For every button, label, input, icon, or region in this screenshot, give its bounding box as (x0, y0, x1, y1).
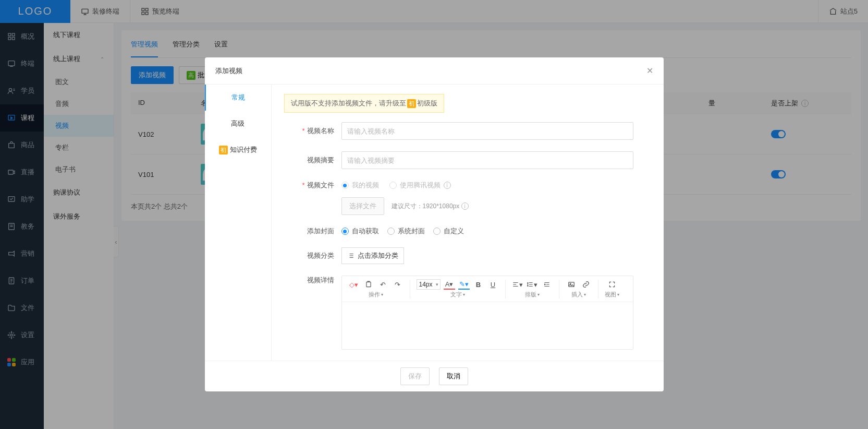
video-name-input[interactable] (341, 122, 633, 140)
line-height-icon[interactable]: ▾ (527, 279, 538, 290)
rich-editor: ◇▾ ↶ ↷ 操作 14 (341, 276, 633, 350)
modal-side: 常规 高级 初知识付费 (205, 85, 272, 361)
font-size-select[interactable]: 14px (417, 279, 441, 290)
select-file-button: 选择文件 (341, 197, 384, 215)
bg-color-icon[interactable]: ✎▾ (458, 279, 470, 290)
eraser-icon[interactable]: ◇▾ (348, 279, 360, 290)
info-icon[interactable]: i (461, 202, 469, 210)
modal-head: 添加视频 ✕ (205, 57, 664, 85)
fullscreen-icon[interactable] (606, 279, 618, 290)
font-color-icon[interactable]: A▾ (444, 279, 455, 290)
underline-icon[interactable]: U (487, 279, 499, 290)
add-category-button[interactable]: 点击添加分类 (341, 247, 404, 264)
side-paid[interactable]: 初知识付费 (205, 137, 271, 163)
undo-icon[interactable]: ↶ (377, 279, 389, 290)
modal-title: 添加视频 (215, 66, 242, 76)
redo-icon[interactable]: ↷ (392, 279, 404, 290)
radio-my-video[interactable]: 我的视频 (341, 181, 379, 190)
bold-icon[interactable]: B (473, 279, 484, 290)
size-hint: 建议尺寸：1920*1080px i (392, 202, 469, 211)
indent-icon[interactable] (541, 279, 553, 290)
modal-mask[interactable]: 添加视频 ✕ 常规 高级 初知识付费 试用版不支持添加视频文件，请升级至 初 初… (0, 0, 868, 429)
label-summary: 视频摘要 (284, 156, 334, 165)
side-general[interactable]: 常规 (205, 85, 271, 111)
add-video-modal: 添加视频 ✕ 常规 高级 初知识付费 试用版不支持添加视频文件，请升级至 初 初… (205, 57, 664, 391)
label-cover: 添加封面 (284, 227, 334, 236)
paste-icon[interactable] (363, 279, 374, 290)
editor-toolbar: ◇▾ ↶ ↷ 操作 14 (342, 276, 633, 302)
label-detail: 视频详情 (284, 276, 334, 285)
label-name: 视频名称 (284, 126, 334, 136)
radio-tencent-video[interactable]: 使用腾讯视频i (389, 181, 451, 190)
modal-form: 试用版不支持添加视频文件，请升级至 初 初级版 视频名称 视频摘要 视频文件 (272, 85, 664, 361)
group-insert: 插入 (571, 291, 586, 299)
image-icon[interactable] (566, 279, 577, 290)
save-button[interactable]: 保存 (400, 367, 430, 385)
label-category: 视频分类 (284, 251, 334, 260)
label-file: 视频文件 (284, 181, 334, 190)
group-operation: 操作 (369, 291, 383, 299)
group-view: 视图 (605, 291, 619, 299)
radio-cover-auto[interactable]: 自动获取 (341, 227, 379, 236)
side-advanced[interactable]: 高级 (205, 111, 271, 137)
align-icon[interactable]: ▾ (512, 279, 523, 290)
radio-cover-custom[interactable]: 自定义 (433, 227, 464, 236)
link-icon[interactable] (580, 279, 592, 290)
group-layout: 排版 (525, 291, 540, 299)
video-summary-input[interactable] (341, 151, 633, 169)
radio-cover-system[interactable]: 系统封面 (387, 227, 425, 236)
modal-foot: 保存 取消 (205, 361, 664, 391)
group-text: 文字 (450, 291, 465, 299)
list-icon (347, 252, 354, 259)
close-icon[interactable]: ✕ (646, 66, 653, 76)
svg-rect-18 (366, 282, 370, 287)
editor-content[interactable] (342, 302, 633, 349)
cancel-button[interactable]: 取消 (439, 367, 468, 385)
upgrade-alert: 试用版不支持添加视频文件，请升级至 初 初级版 (284, 94, 444, 113)
info-icon[interactable]: i (444, 182, 451, 189)
